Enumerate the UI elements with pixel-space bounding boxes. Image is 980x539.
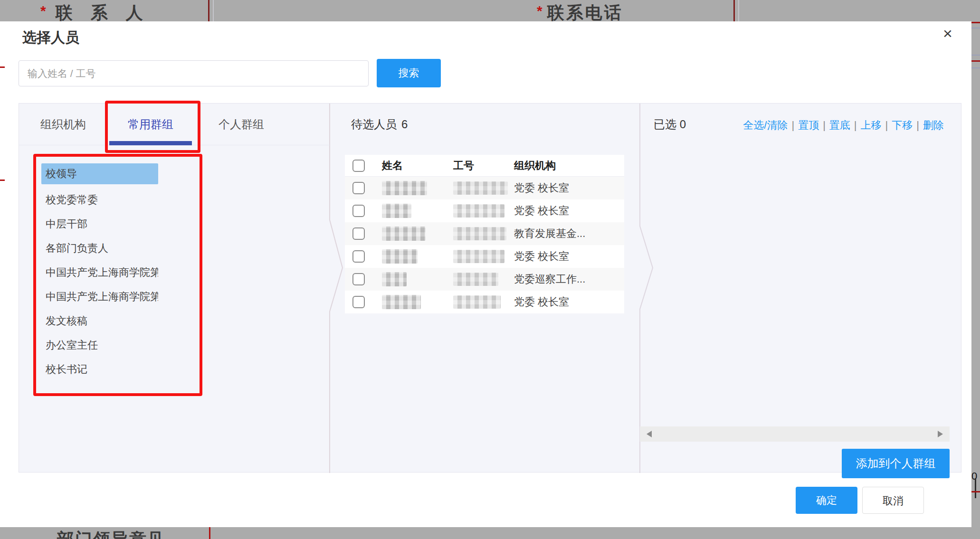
org-cell: 党委 校长室 — [514, 204, 624, 218]
select-person-dialog: 选择人员 × 搜索 组织机构 常用群组 个人群组 校领导 校党委常委 中层干部 — [5, 21, 971, 527]
tab-personal-groups[interactable]: 个人群组 — [212, 104, 271, 145]
redacted-name — [382, 272, 407, 286]
redacted-name — [382, 295, 421, 309]
redacted-id — [453, 295, 501, 309]
group-item[interactable]: 中国共产党上海商学院第... — [41, 284, 158, 309]
group-item[interactable]: 办公室主任 — [41, 333, 158, 357]
cancel-button[interactable]: 取消 — [862, 487, 924, 514]
group-item[interactable]: 校党委常委 — [41, 188, 158, 212]
group-item[interactable]: 校长书记 — [41, 357, 158, 381]
picker-body: 组织机构 常用群组 个人群组 校领导 校党委常委 中层干部 各部门负责人 中国共… — [19, 103, 961, 473]
redacted-id — [453, 273, 498, 286]
candidates-count: 6 — [401, 118, 408, 131]
redacted-name — [382, 227, 426, 241]
column-header-org: 组织机构 — [514, 159, 624, 173]
group-item[interactable]: 各部门负责人 — [41, 236, 158, 260]
org-cell: 党委 校长室 — [514, 295, 624, 309]
scroll-left-icon[interactable] — [647, 431, 652, 437]
action-move-bottom[interactable]: 置底 — [829, 119, 850, 131]
background-red-border — [970, 60, 980, 62]
action-separator: | — [854, 119, 857, 131]
action-separator: | — [823, 119, 826, 131]
tab-common-groups[interactable]: 常用群组 — [109, 104, 192, 145]
row-checkbox[interactable] — [352, 227, 365, 240]
selected-actions: 全选/清除|置顶|置底|上移|下移|删除 — [743, 118, 944, 132]
background-form-top: *联 系 人 *联系电话 — [0, 0, 980, 21]
action-move-top[interactable]: 置顶 — [798, 119, 819, 131]
background-table-border — [208, 0, 209, 21]
background-red-border — [0, 66, 5, 68]
dialog-title: 选择人员 — [22, 28, 79, 47]
select-all-checkbox[interactable] — [352, 160, 365, 172]
scroll-right-icon[interactable] — [938, 431, 943, 437]
table-row[interactable]: 党委巡察工作... — [345, 268, 624, 291]
candidates-header: 待选人员6 — [351, 117, 408, 132]
close-icon[interactable]: × — [943, 25, 952, 41]
group-item[interactable]: 中层干部 — [41, 212, 158, 236]
row-checkbox[interactable] — [352, 205, 365, 217]
redacted-id — [453, 250, 504, 263]
group-item-selected[interactable]: 校领导 — [41, 163, 158, 184]
table-row[interactable]: 党委 校长室 — [345, 199, 624, 222]
redacted-name — [382, 204, 411, 218]
row-checkbox[interactable] — [352, 296, 365, 308]
background-form-bottom: 部门领导意见 — [0, 527, 980, 539]
background-red-border — [0, 180, 5, 181]
tab-label: 个人群组 — [219, 117, 264, 132]
selected-count: 0 — [680, 118, 686, 131]
action-move-up[interactable]: 上移 — [861, 119, 882, 131]
column-header-name: 姓名 — [382, 159, 453, 173]
required-asterisk: * — [40, 3, 53, 19]
background-table-border — [213, 0, 214, 21]
table-row[interactable]: 党委 校长室 — [345, 177, 624, 199]
background-border — [970, 28, 980, 28]
column-header-id: 工号 — [453, 159, 514, 173]
background-border — [970, 67, 980, 68]
action-delete[interactable]: 删除 — [923, 119, 944, 131]
horizontal-scrollbar[interactable] — [640, 426, 950, 442]
table-row[interactable]: 教育发展基金... — [345, 222, 624, 245]
tab-label: 组织机构 — [40, 117, 86, 132]
active-tab-underline — [109, 141, 192, 145]
table-row[interactable]: 党委 校长室 — [345, 291, 624, 313]
org-cell: 党委 校长室 — [514, 249, 624, 264]
source-tabbar: 组织机构 常用群组 个人群组 — [19, 104, 330, 145]
confirm-button[interactable]: 确定 — [796, 487, 857, 514]
group-item[interactable]: 发文核稿 — [41, 309, 158, 333]
required-asterisk: * — [537, 3, 544, 19]
search-input[interactable] — [19, 60, 369, 86]
tab-label: 常用群组 — [128, 117, 173, 132]
background-table-border — [738, 0, 739, 21]
redacted-name — [382, 181, 427, 195]
background-phone-label: *联系电话 — [537, 1, 623, 21]
background-red-border — [970, 491, 980, 492]
row-checkbox[interactable] — [352, 250, 365, 263]
redacted-id — [453, 181, 508, 195]
table-header-row: 姓名 工号 组织机构 — [345, 155, 624, 177]
action-select-all-clear[interactable]: 全选/清除 — [743, 119, 788, 131]
org-cell: 党委 校长室 — [514, 181, 624, 195]
action-separator: | — [916, 119, 919, 131]
redacted-id — [453, 204, 504, 217]
action-separator: | — [885, 119, 888, 131]
row-checkbox[interactable] — [352, 273, 365, 285]
tab-organization[interactable]: 组织机构 — [34, 104, 93, 145]
org-cell: 教育发展基金... — [514, 227, 624, 241]
action-move-down[interactable]: 下移 — [892, 119, 913, 131]
redacted-id — [453, 227, 506, 240]
background-table-border — [733, 0, 735, 21]
group-item[interactable]: 中国共产党上海商学院第... — [41, 260, 158, 284]
common-group-list: 校领导 校党委常委 中层干部 各部门负责人 中国共产党上海商学院第... 中国共… — [41, 163, 158, 381]
search-button[interactable]: 搜索 — [377, 59, 441, 87]
org-cell: 党委巡察工作... — [514, 272, 624, 286]
row-checkbox[interactable] — [352, 182, 365, 194]
table-row[interactable]: 党委 校长室 — [345, 245, 624, 268]
background-red-border — [970, 22, 980, 23]
background-right-edge: 0 — [970, 21, 980, 539]
background-red-border — [209, 527, 210, 539]
action-separator: | — [791, 119, 794, 131]
background-contact-label: *联 系 人 — [40, 1, 150, 21]
redacted-name — [382, 249, 418, 264]
background-border — [970, 55, 980, 56]
add-to-personal-group-button[interactable]: 添加到个人群组 — [842, 449, 950, 478]
